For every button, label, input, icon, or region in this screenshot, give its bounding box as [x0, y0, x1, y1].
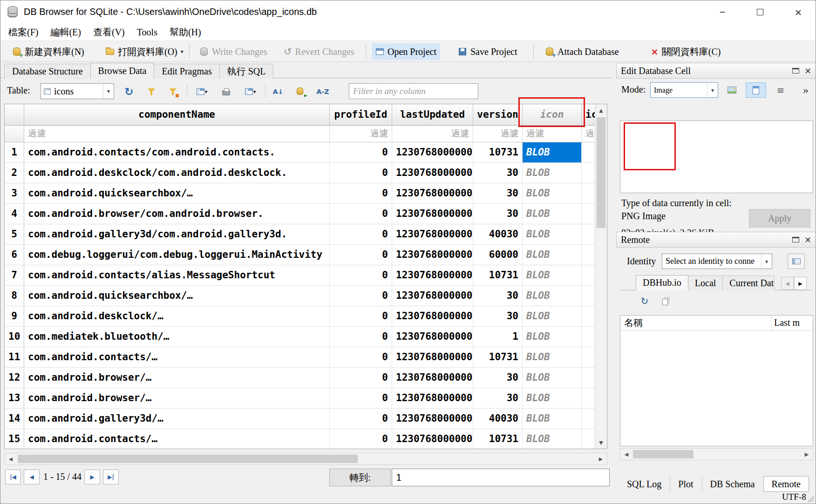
- remote-scrollbar-thumb[interactable]: [633, 450, 694, 458]
- dock-tab-plot[interactable]: Plot: [670, 476, 701, 492]
- cell-icon[interactable]: BLOB: [523, 347, 582, 368]
- cell-componentname[interactable]: com.android.quicksearchbox/…: [24, 183, 330, 204]
- cell-version[interactable]: 1: [473, 327, 523, 347]
- float-panel-icon[interactable]: [792, 68, 799, 74]
- vertical-scrollbar-thumb[interactable]: [597, 117, 605, 228]
- cell-icon[interactable]: BLOB: [523, 265, 582, 286]
- cell-componentname[interactable]: com.android.contacts/…: [24, 347, 330, 368]
- overflow-chevron-icon[interactable]: »: [797, 82, 815, 98]
- row-number[interactable]: 5: [5, 224, 24, 245]
- cell-profileid[interactable]: 0: [330, 388, 392, 409]
- row-number[interactable]: 11: [5, 347, 24, 368]
- close-database-button[interactable]: × 關閉資料庫(C): [647, 43, 724, 60]
- cell-profileid[interactable]: 0: [330, 306, 392, 327]
- dock-tab-remote[interactable]: Remote: [763, 476, 809, 492]
- column-header-componentname[interactable]: componentName: [24, 104, 330, 126]
- cell-lastupdated[interactable]: 1230768000000: [392, 286, 473, 306]
- cell-componentname[interactable]: com.android.contacts/alias.MessageShortc…: [24, 265, 330, 286]
- scroll-right-icon[interactable]: ▶: [801, 449, 813, 460]
- clear-filters-button[interactable]: [143, 83, 160, 100]
- cell-componentname[interactable]: com.debug.loggerui/com.debug.loggerui.Ma…: [24, 245, 330, 265]
- filter-input-extra[interactable]: 過濾: [582, 126, 595, 142]
- attach-database-button[interactable]: + Attach Database: [542, 43, 623, 60]
- cell-componentname[interactable]: com.android.deskclock/com.android.deskcl…: [24, 163, 330, 183]
- cell-extra[interactable]: [582, 306, 595, 327]
- row-number[interactable]: 4: [5, 204, 24, 224]
- menu-item-f[interactable]: 檔案(F): [2, 24, 44, 41]
- text-mode-button[interactable]: [746, 82, 766, 98]
- cell-profileid[interactable]: 0: [330, 327, 392, 347]
- cell-componentname[interactable]: com.android.quicksearchbox/…: [24, 286, 330, 306]
- cell-profileid[interactable]: 0: [330, 163, 392, 183]
- remote-tab-current-dat[interactable]: Current Dat: [722, 276, 775, 290]
- cell-extra[interactable]: [582, 224, 595, 245]
- column-header-lastupdated[interactable]: lastUpdated: [392, 104, 473, 126]
- cell-version[interactable]: 30: [473, 286, 523, 306]
- cell-profileid[interactable]: 0: [330, 429, 392, 449]
- menu-item-v[interactable]: 查看(V): [87, 24, 131, 41]
- table-select[interactable]: icons ▾: [41, 83, 114, 99]
- column-header-extra[interactable]: ic: [582, 104, 595, 126]
- cell-extra[interactable]: [582, 245, 595, 265]
- mode-select[interactable]: Image ▾: [650, 82, 718, 98]
- cell-extra[interactable]: [582, 368, 595, 388]
- write-changes-button[interactable]: Write Changes: [196, 43, 271, 60]
- new-database-button[interactable]: + 新建資料庫(N): [9, 43, 88, 60]
- tab-database-structure[interactable]: Database Structure: [4, 64, 91, 79]
- cell-version[interactable]: 30: [473, 204, 523, 224]
- scroll-left-icon[interactable]: ◀: [5, 453, 17, 464]
- cell-lastupdated[interactable]: 1230768000000: [392, 265, 473, 286]
- cell-icon[interactable]: BLOB: [523, 306, 582, 327]
- column-header-profileid[interactable]: profileId: [330, 104, 392, 126]
- import-data-button[interactable]: [723, 82, 741, 98]
- minimize-button[interactable]: ─: [708, 0, 737, 24]
- cell-icon[interactable]: BLOB: [523, 183, 582, 204]
- row-number[interactable]: 14: [5, 409, 24, 429]
- cell-icon[interactable]: BLOB: [523, 286, 582, 306]
- cell-version[interactable]: 30: [473, 368, 523, 388]
- resize-grip[interactable]: [808, 496, 814, 502]
- cell-extra[interactable]: [582, 327, 595, 347]
- vertical-scrollbar[interactable]: ▲ ▼: [595, 104, 607, 449]
- cell-version[interactable]: 10731: [473, 142, 523, 163]
- close-panel-icon[interactable]: ×: [804, 232, 811, 247]
- row-number[interactable]: 10: [5, 327, 24, 347]
- global-filter-input[interactable]: [349, 83, 478, 99]
- delete-record-button[interactable]: ▾: [240, 83, 261, 100]
- cell-profileid[interactable]: 0: [330, 286, 392, 306]
- remote-clone-button[interactable]: [657, 294, 673, 309]
- goto-record-input[interactable]: [392, 469, 610, 486]
- row-number[interactable]: 8: [5, 286, 24, 306]
- cell-version[interactable]: 30: [473, 306, 523, 327]
- dock-tab-sql-log[interactable]: SQL Log: [619, 476, 670, 492]
- cell-lastupdated[interactable]: 1230768000000: [392, 163, 473, 183]
- cell-extra[interactable]: [582, 163, 595, 183]
- cell-extra[interactable]: [582, 409, 595, 429]
- cell-version[interactable]: 40030: [473, 224, 523, 245]
- filter-input-version[interactable]: 過濾: [473, 126, 523, 142]
- cell-lastupdated[interactable]: 1230768000000: [392, 142, 473, 163]
- tab-browse-data[interactable]: Browse Data: [90, 63, 155, 79]
- remote-tabs-scroll-left-icon[interactable]: ◀: [781, 277, 794, 290]
- maximize-button[interactable]: [746, 0, 775, 24]
- cell-lastupdated[interactable]: 1230768000000: [392, 204, 473, 224]
- cell-profileid[interactable]: 0: [330, 245, 392, 265]
- cell-extra[interactable]: [582, 347, 595, 368]
- remote-tab-local[interactable]: Local: [688, 276, 723, 290]
- tab-sql[interactable]: 執行 SQL: [219, 64, 274, 79]
- menu-item-h[interactable]: 幫助(H): [163, 24, 207, 41]
- row-number[interactable]: 6: [5, 245, 24, 265]
- cell-icon[interactable]: BLOB: [523, 163, 582, 183]
- cell-profileid[interactable]: 0: [330, 183, 392, 204]
- cell-icon[interactable]: BLOB: [523, 388, 582, 409]
- cell-lastupdated[interactable]: 1230768000000: [392, 224, 473, 245]
- cell-version[interactable]: 10731: [473, 429, 523, 449]
- cell-profileid[interactable]: 0: [330, 224, 392, 245]
- previous-page-button[interactable]: ◀: [24, 470, 40, 484]
- cell-extra[interactable]: [582, 265, 595, 286]
- cell-version[interactable]: 30: [473, 388, 523, 409]
- open-project-button[interactable]: Open Project: [372, 43, 440, 60]
- filter-input-icon[interactable]: 過濾: [523, 126, 582, 142]
- cell-icon[interactable]: BLOB: [523, 429, 582, 449]
- cell-lastupdated[interactable]: 1230768000000: [392, 347, 473, 368]
